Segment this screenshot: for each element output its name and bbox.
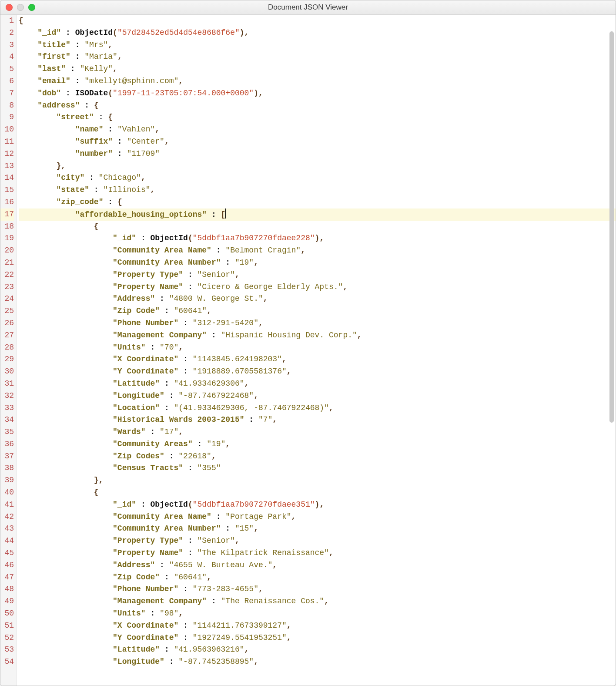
line-number: 36 — [0, 438, 14, 451]
code-line[interactable]: "Y Coordinate" : "1918889.6705581376", — [19, 366, 616, 378]
code-line[interactable]: "_id" : ObjectId("57d28452ed5d4d54e8686f… — [19, 27, 616, 39]
line-number: 32 — [0, 390, 14, 402]
minimize-icon[interactable] — [17, 4, 24, 11]
code-line[interactable]: "state" : "Illinois", — [19, 184, 616, 196]
code-line[interactable]: "Phone Number" : "773-283-4655", — [19, 583, 616, 595]
line-number: 6 — [0, 75, 14, 87]
code-view[interactable]: { "_id" : ObjectId("57d28452ed5d4d54e868… — [17, 15, 616, 686]
code-line[interactable]: "Property Type" : "Senior", — [19, 535, 616, 547]
line-number: 34 — [0, 414, 14, 426]
code-line[interactable]: "Units" : "98", — [19, 608, 616, 620]
code-line[interactable]: "Property Name" : "The Kilpatrick Renais… — [19, 547, 616, 559]
code-line[interactable]: "Management Company" : "Hispanic Housing… — [19, 330, 616, 342]
line-number: 9 — [0, 111, 14, 124]
line-number: 51 — [0, 620, 14, 632]
code-line[interactable]: "Y Coordinate" : "1927249.5541953251", — [19, 632, 616, 644]
vertical-scrollbar[interactable] — [609, 31, 614, 684]
code-line[interactable]: "Property Type" : "Senior", — [19, 269, 616, 281]
code-line[interactable]: "last" : "Kelly", — [19, 63, 616, 75]
line-number: 40 — [0, 487, 14, 499]
code-line[interactable]: }, — [19, 474, 616, 487]
code-line[interactable]: "Property Name" : "Cicero & George Elder… — [19, 281, 616, 293]
line-number: 27 — [0, 330, 14, 342]
scrollbar-thumb[interactable] — [609, 31, 614, 423]
line-number: 24 — [0, 293, 14, 305]
line-number: 53 — [0, 644, 14, 656]
code-line[interactable]: "suffix" : "Center", — [19, 136, 616, 148]
line-number: 43 — [0, 523, 14, 535]
code-line[interactable]: "Historical Wards 2003-2015" : "7", — [19, 414, 616, 426]
code-line[interactable]: "Community Area Number" : "15", — [19, 523, 616, 535]
code-line[interactable]: "Census Tracts" : "355" — [19, 462, 616, 474]
line-number: 10 — [0, 124, 14, 136]
code-line[interactable]: "city" : "Chicago", — [19, 172, 616, 184]
line-number-gutter: 1234567891011121314151617181920212223242… — [0, 15, 17, 686]
code-line[interactable]: { — [19, 15, 616, 27]
line-number: 25 — [0, 305, 14, 317]
code-line[interactable]: { — [19, 487, 616, 499]
code-line[interactable]: "name" : "Vahlen", — [19, 124, 616, 136]
line-number: 31 — [0, 378, 14, 390]
line-number: 15 — [0, 184, 14, 196]
line-number: 42 — [0, 511, 14, 523]
code-line[interactable]: "Community Areas" : "19", — [19, 438, 616, 451]
line-number: 46 — [0, 559, 14, 572]
code-line[interactable]: "Longitude" : "-87.7452358895", — [19, 656, 616, 668]
line-number: 19 — [0, 232, 14, 245]
line-number: 49 — [0, 595, 14, 608]
code-line[interactable]: }, — [19, 160, 616, 172]
line-number: 44 — [0, 535, 14, 547]
close-icon[interactable] — [6, 4, 13, 11]
code-line[interactable]: "Latitude" : "41.9334629306", — [19, 378, 616, 390]
code-line[interactable]: "X Coordinate" : "1144211.7673399127", — [19, 620, 616, 632]
line-number: 2 — [0, 27, 14, 39]
code-line[interactable]: "Wards" : "17", — [19, 426, 616, 438]
code-line[interactable]: "Community Area Name" : "Belmont Cragin"… — [19, 245, 616, 257]
line-number: 29 — [0, 353, 14, 366]
code-line[interactable]: "Address" : "4800 W. George St.", — [19, 293, 616, 305]
code-line[interactable]: "zip_code" : { — [19, 196, 616, 208]
code-line[interactable]: "_id" : ObjectId("5ddbf1aa7b907270fdaee2… — [19, 232, 616, 245]
code-line[interactable]: "Zip Code" : "60641", — [19, 572, 616, 584]
code-line[interactable]: "dob" : ISODate("1997-11-23T05:07:54.000… — [19, 87, 616, 100]
zoom-icon[interactable] — [28, 4, 35, 11]
code-line[interactable]: "first" : "Maria", — [19, 51, 616, 63]
line-number: 22 — [0, 269, 14, 281]
code-line[interactable]: "title" : "Mrs", — [19, 39, 616, 51]
line-number: 3 — [0, 39, 14, 51]
code-line[interactable]: "X Coordinate" : "1143845.624198203", — [19, 353, 616, 366]
line-number: 1 — [0, 15, 14, 27]
code-line[interactable]: "affordable_housing_options" : [ — [19, 208, 616, 221]
line-number: 45 — [0, 547, 14, 559]
code-line[interactable]: "Address" : "4655 W. Burteau Ave.", — [19, 559, 616, 572]
code-line[interactable]: "Community Area Name" : "Portage Park", — [19, 511, 616, 523]
code-line[interactable]: { — [19, 221, 616, 233]
line-number: 20 — [0, 245, 14, 257]
code-line[interactable]: "Zip Codes" : "22618", — [19, 451, 616, 463]
code-line[interactable]: "Units" : "70", — [19, 342, 616, 354]
code-line[interactable]: "number" : "11709" — [19, 148, 616, 160]
code-line[interactable]: "Longitude" : "-87.7467922468", — [19, 390, 616, 402]
line-number: 4 — [0, 51, 14, 63]
code-line[interactable]: "Zip Code" : "60641", — [19, 305, 616, 317]
code-line[interactable]: "street" : { — [19, 111, 616, 124]
line-number: 50 — [0, 608, 14, 620]
line-number: 8 — [0, 100, 14, 112]
code-line[interactable]: "Phone Number" : "312-291-5420", — [19, 317, 616, 330]
line-number: 16 — [0, 196, 14, 208]
code-line[interactable]: "Location" : "(41.9334629306, -87.746792… — [19, 402, 616, 414]
line-number: 48 — [0, 583, 14, 595]
code-line[interactable]: "address" : { — [19, 100, 616, 112]
line-number: 17 — [0, 208, 14, 221]
line-number: 37 — [0, 451, 14, 463]
line-number: 38 — [0, 462, 14, 474]
line-number: 5 — [0, 63, 14, 75]
code-line[interactable]: "email" : "mkellyt@sphinn.com", — [19, 75, 616, 87]
line-number: 23 — [0, 281, 14, 293]
titlebar: Document JSON Viewer — [0, 0, 616, 15]
code-line[interactable]: "Community Area Number" : "19", — [19, 257, 616, 269]
code-line[interactable]: "_id" : ObjectId("5ddbf1aa7b907270fdaee3… — [19, 499, 616, 511]
line-number: 7 — [0, 87, 14, 100]
code-line[interactable]: "Latitude" : "41.9563963216", — [19, 644, 616, 656]
code-line[interactable]: "Management Company" : "The Renaissance … — [19, 595, 616, 608]
